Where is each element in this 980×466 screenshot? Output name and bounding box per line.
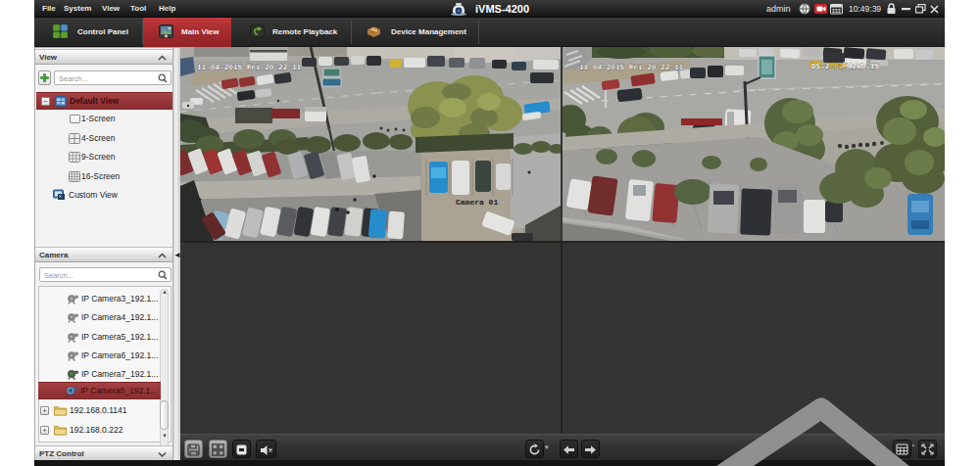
svg-text:DS-2CD2T42WD-I5: DS-2CD2T42WD-I5 [811,63,880,70]
svg-text:11-04-2015 Fri 20:22:11: 11-04-2015 Fri 20:22:11 [197,64,301,71]
svg-text:Camera 01: Camera 01 [456,198,498,207]
